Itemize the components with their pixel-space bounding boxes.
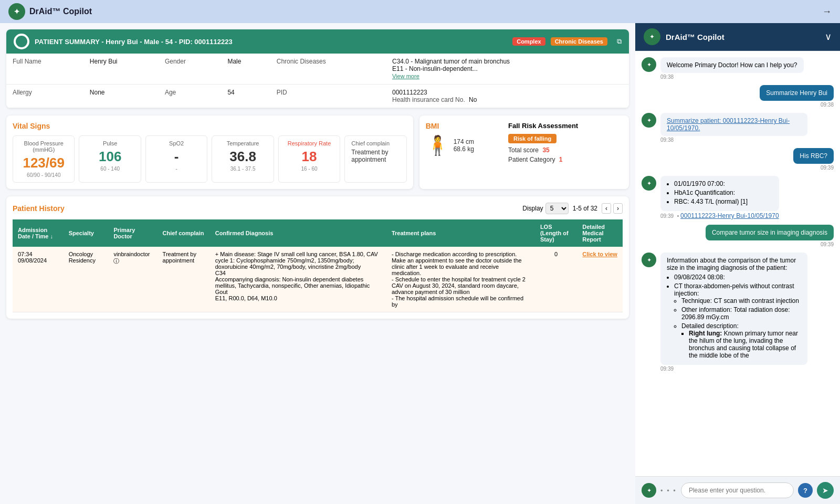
chat-body[interactable]: ✦ Welcome Primary Doctor! How can I help… xyxy=(635,51,840,476)
send-button[interactable]: ➤ xyxy=(817,482,834,499)
rbc-list: 01/01/1970 07:00: HbA1c Quantification: … xyxy=(667,180,773,205)
history-controls: Display 51020 1-5 of 32 ‹ › xyxy=(522,203,623,214)
row-report[interactable]: Click to view xyxy=(577,247,623,312)
prev-page-button[interactable]: ‹ xyxy=(602,203,611,214)
rbc-source-link[interactable]: 0001112223-Henry Bui-10/05/1970 xyxy=(680,212,779,219)
insurance-label: Health insurance card No. xyxy=(392,96,465,103)
bot-avatar-2: ✦ xyxy=(642,113,656,128)
respiratory-card: Respiratory Rate 18 16 - 60 xyxy=(278,135,340,183)
display-count-select[interactable]: 51020 xyxy=(545,203,569,214)
time-rbc-result: 09:39 • 0001112223-Henry Bui-10/05/1970 xyxy=(660,212,779,219)
external-link-icon[interactable]: ⧉ xyxy=(617,37,622,46)
bmi-values: 174 cm 68.6 kg xyxy=(454,138,474,153)
time-tumor: 09:39 xyxy=(706,242,834,247)
chat-logo: ✦ xyxy=(644,28,660,45)
bot-avatar: ✦ xyxy=(642,57,656,72)
chat-msg-link: ✦ Summarize patient: 0001112223-Henry Bu… xyxy=(642,113,834,143)
bubble-rbc: His RBC? xyxy=(793,148,834,164)
bp-value: 123/69 xyxy=(19,155,68,171)
left-panel: PATIENT SUMMARY - Henry Bui - Male - 54 … xyxy=(0,23,635,504)
fall-risk-title: Fall Risk Assessment xyxy=(508,122,623,130)
chief-complain-label: Chief complain xyxy=(351,140,400,146)
app-title: DrAid™ Copilot xyxy=(29,7,92,16)
bot-avatar-4: ✦ xyxy=(642,253,656,267)
patient-link[interactable]: Summarize patient: 0001112223-Henry Bui-… xyxy=(667,117,790,132)
tumor-intro: Information about the comparison of the … xyxy=(667,257,801,271)
chat-title: DrAid™ Copilot xyxy=(666,33,820,41)
bot-avatar-3: ✦ xyxy=(642,176,656,191)
insurance-value: No xyxy=(469,96,477,103)
full-name-value: Henry Bui xyxy=(83,54,159,85)
history-title: Patient History xyxy=(13,204,65,213)
col-date: Admission Date / Time ↓ xyxy=(13,219,64,247)
row-chief: Treatment by appointment xyxy=(158,247,210,312)
bubble-summarize: Summarize Henry Bui xyxy=(760,85,834,101)
age-label: Age xyxy=(159,85,221,108)
badge-complex: Complex xyxy=(512,37,545,46)
header-arrow[interactable]: → xyxy=(822,6,832,17)
rbc-item-3: RBC: 4.43 T/L (normal) [1] xyxy=(674,198,773,205)
tumor-list: 09/08/2024 08:08: CT thorax-abdomen-pelv… xyxy=(667,274,801,359)
chronic-diseases-text: C34.0 - Malignant tumor of main bronchus… xyxy=(392,58,510,72)
patient-category-label: Patient Category xyxy=(508,156,555,163)
tumor-item-2: CT thorax-abdomen-pelvis without contras… xyxy=(674,282,801,359)
chief-complain-card: Chief complain Treatment by appointment xyxy=(344,135,406,183)
bmi-box: BMI 🧍 174 cm 68.6 kg Fall Risk Assessmen… xyxy=(419,116,629,189)
age-value: 54 xyxy=(221,85,270,108)
click-to-view-link[interactable]: Click to view xyxy=(582,251,617,257)
chat-msg-tumor-result: ✦ Information about the comparison of th… xyxy=(642,253,834,372)
chat-msg-summarize: Summarize Henry Bui 09:38 xyxy=(642,85,834,108)
bubble-tumor-result: Information about the comparison of the … xyxy=(660,253,807,365)
allergy-value: None xyxy=(83,85,159,108)
display-select: Display 51020 xyxy=(522,203,568,214)
draidcopilot-ps-logo xyxy=(14,34,29,49)
ps-header: PATIENT SUMMARY - Henry Bui - Male - 54 … xyxy=(6,29,629,54)
chat-msg-tumor: Compare tumor size in imaging diagnosis … xyxy=(642,225,834,247)
full-name-label: Full Name xyxy=(6,54,83,85)
help-button[interactable]: ? xyxy=(798,483,813,498)
col-specialty: Specialty xyxy=(64,219,109,247)
draidcopilot-logo: ✦ xyxy=(8,3,25,20)
bp-range: 60/90 - 90/140 xyxy=(19,172,68,178)
pid-insurance: 0001112223 Health insurance card No. No xyxy=(386,85,629,108)
chat-input-wrap[interactable] xyxy=(681,482,794,498)
col-chief: Chief complain xyxy=(158,219,210,247)
fall-risk-score: Total score 35 xyxy=(508,146,623,154)
display-label: Display xyxy=(522,205,543,212)
chat-msg-rbc: His RBC? 09:39 xyxy=(642,148,834,171)
collapse-icon[interactable]: ∨ xyxy=(825,31,832,43)
row-los: 0 xyxy=(535,247,577,312)
next-page-button[interactable]: › xyxy=(613,203,623,214)
bubble-tumor: Compare tumor size in imaging diagnosis xyxy=(706,225,834,240)
chat-bubble-welcome: Welcome Primary Doctor! How can I help y… xyxy=(660,57,804,73)
bubble-rbc-result: 01/01/1970 07:00: HbA1c Quantification: … xyxy=(660,176,779,211)
bubble-link: Summarize patient: 0001112223-Henry Bui-… xyxy=(660,113,807,136)
pulse-range: 60 - 140 xyxy=(86,166,134,172)
temperature-card: Temperature 36.8 36.1 - 37.5 xyxy=(212,135,274,183)
view-more-link[interactable]: View more xyxy=(392,73,419,79)
time-tumor-result: 09:39 xyxy=(660,366,807,372)
chronic-label: Chronic Diseases xyxy=(270,54,386,85)
col-doctor: Primary Doctor xyxy=(108,219,157,247)
welcome-time: 09:38 xyxy=(660,74,804,80)
resp-range: 16 - 60 xyxy=(285,166,333,172)
tumor-item-2c: Detailed description: Right lung: Known … xyxy=(681,322,801,359)
bmi-left: BMI 🧍 174 cm 68.6 kg xyxy=(426,122,502,163)
welcome-text: Welcome Primary Doctor! How can I help y… xyxy=(667,61,797,69)
pagination-info: 1-5 of 32 xyxy=(573,205,597,212)
row-treatment: - Discharge medication according to pres… xyxy=(386,247,535,312)
pulse-value: 106 xyxy=(86,149,134,165)
vitals-bmi-row: Vital Signs Blood Pressure (mmHG) 123/69… xyxy=(6,116,629,189)
bmi-right: Fall Risk Assessment Risk of falling Tot… xyxy=(508,122,623,163)
bmi-title: BMI xyxy=(426,122,502,130)
tumor-item-2c1: Right lung: Known primary tumor near the… xyxy=(689,330,801,359)
history-table: Admission Date / Time ↓ Specialty Primar… xyxy=(13,219,623,312)
top-header-left: ✦ DrAid™ Copilot xyxy=(8,3,822,20)
spo2-range: - xyxy=(152,166,201,172)
row-date: 07:3409/08/2024 xyxy=(13,247,64,312)
total-score-value: 35 xyxy=(542,146,549,154)
chat-msg-rbc-result: ✦ 01/01/1970 07:00: HbA1c Quantification… xyxy=(642,176,834,219)
badge-chronic: Chronic Diseases xyxy=(551,37,607,46)
patient-category-value: 1 xyxy=(559,156,563,163)
chat-input[interactable] xyxy=(689,487,786,494)
